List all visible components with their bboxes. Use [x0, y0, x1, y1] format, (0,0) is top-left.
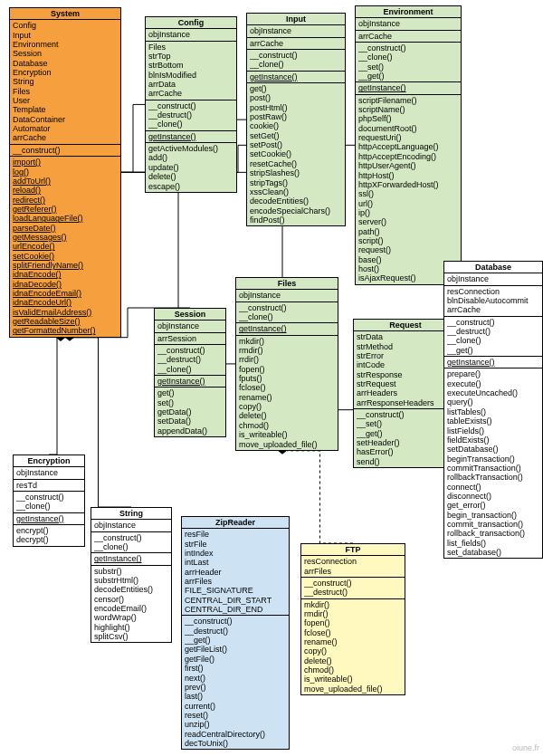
method: stripTags(): [250, 178, 342, 187]
method: get_error(): [447, 501, 539, 510]
attribute: resTd: [16, 481, 81, 490]
method-section: getActiveModules()add()update()delete()e…: [146, 143, 236, 192]
attr-section: __construct()__clone(): [91, 532, 171, 554]
method: setCookie(): [250, 149, 342, 158]
static-method: getReadableSize(): [13, 317, 118, 326]
method-section: get()post()postHtml()postRaw()cookie()se…: [247, 83, 345, 225]
method: highlight(): [94, 623, 168, 632]
method-section: __construct()__set()__get()setHeader()ha…: [354, 409, 457, 467]
method: substrHtml(): [94, 576, 168, 585]
class-ftp: FTPresConnectionarrFiles__construct()__d…: [300, 543, 405, 695]
attr-section: resConnectionblnDisableAutocommitarrCach…: [444, 286, 542, 317]
method: postHtml(): [250, 103, 342, 112]
method: __destruct(): [185, 627, 286, 636]
method: next(): [185, 674, 286, 683]
attribute: Config: [13, 21, 118, 30]
method-section: scriptFilename()scriptName()phpSelf()doc…: [356, 95, 461, 284]
attribute: arrFiles: [185, 577, 286, 586]
method: is_writeable(): [239, 430, 335, 439]
method: commitTransaction(): [447, 464, 539, 473]
method: execute(): [447, 379, 539, 388]
method: decToUnix(): [185, 739, 286, 748]
method: httpXForwardedHost(): [358, 180, 458, 189]
method-section: encrypt()decrypt(): [14, 525, 84, 546]
method: tableExists(): [447, 416, 539, 426]
method: unzip(): [185, 720, 286, 729]
attribute: __destruct(): [447, 327, 539, 336]
class-input: InputobjInstancearrCache__construct()__c…: [246, 13, 346, 226]
method-section: getInstance(): [356, 82, 461, 94]
method: documentRoot(): [358, 124, 458, 133]
attribute: Automator: [13, 124, 118, 133]
static-method: idnaEncodeEmail(): [13, 289, 118, 298]
method: list_fields(): [447, 539, 539, 548]
attribute: arrCache: [358, 32, 458, 41]
static-method: getInstance(): [157, 377, 223, 386]
method: __get(): [357, 429, 454, 438]
attribute: __clone(): [239, 312, 335, 321]
attribute: objInstance: [16, 468, 81, 477]
class-files: FilesobjInstance__construct()__clone()ge…: [235, 277, 338, 451]
attr-section: FilesstrTopstrBottomblnIsModifiedarrData…: [146, 42, 236, 100]
attr-section: __construct(): [10, 145, 120, 157]
attr-section: arrCache: [356, 31, 461, 43]
method: get(): [250, 84, 342, 93]
method-section: getInstance(): [91, 553, 171, 565]
method: move_uploaded_file(): [304, 684, 402, 694]
attr-section: objInstance: [247, 25, 345, 37]
static-method: setCookie(): [13, 252, 118, 261]
method: listTables(): [447, 407, 539, 416]
attribute: arrCache: [148, 89, 233, 98]
method: delete(): [148, 172, 233, 181]
method: getActiveModules(): [148, 144, 233, 153]
attribute: strMethod: [357, 342, 454, 351]
watermark: oiune.fr: [512, 743, 539, 752]
method: copy(): [304, 646, 402, 656]
attribute: objInstance: [157, 321, 223, 330]
class-title: Session: [155, 309, 225, 321]
method: decodeEntities(): [94, 585, 168, 594]
attribute: objInstance: [250, 26, 342, 35]
method: __set(): [357, 419, 454, 428]
static-method: getMessages(): [13, 233, 118, 242]
method: httpUserAgent(): [358, 161, 458, 170]
static-method: loadLanguageFile(): [13, 214, 118, 223]
attr-section: objInstance: [91, 520, 171, 531]
attribute: objInstance: [239, 291, 335, 300]
attr-section: objInstance: [146, 29, 236, 41]
attribute: strFile: [185, 540, 286, 549]
attr-section: objInstance: [14, 467, 84, 479]
method: fieldExists(): [447, 435, 539, 445]
method: encodeEmail(): [94, 604, 168, 613]
method-section: getInstance(): [247, 72, 345, 83]
attribute: intIndex: [185, 549, 286, 558]
method: decrypt(): [16, 535, 81, 544]
class-environment: EnvironmentobjInstancearrCache__construc…: [355, 5, 462, 285]
method: listFields(): [447, 426, 539, 435]
static-method: getInstance(): [16, 514, 81, 523]
attribute: arrCache: [250, 39, 342, 48]
static-method: getInstance(): [94, 554, 168, 563]
attribute: __construct(): [94, 533, 168, 542]
method: last(): [185, 692, 286, 701]
method: request(): [358, 245, 458, 254]
static-method: addToUrl(): [13, 177, 118, 186]
attribute: __destruct(): [304, 588, 402, 597]
method: encodeSpecialChars(): [250, 206, 342, 215]
attribute: __clone(): [16, 502, 81, 511]
attribute: FILE_SIGNATURE: [185, 586, 286, 595]
static-method: getInstance(): [148, 132, 233, 141]
attribute: String: [13, 77, 118, 86]
attr-section: __construct()__destruct()__clone()__get(…: [444, 317, 542, 357]
attribute: __construct(): [447, 318, 539, 327]
attr-section: resConnectionarrFiles: [301, 556, 405, 578]
attribute: resConnection: [447, 287, 539, 296]
attr-section: objInstance: [356, 18, 461, 30]
method: reset(): [185, 711, 286, 720]
attribute: __get(): [358, 72, 458, 81]
attribute: blnDisableAutocommit: [447, 296, 539, 305]
attribute: strTop: [148, 52, 233, 61]
attribute: objInstance: [447, 274, 539, 283]
attribute: __destruct(): [148, 110, 233, 120]
attribute: __clone(): [94, 542, 168, 551]
